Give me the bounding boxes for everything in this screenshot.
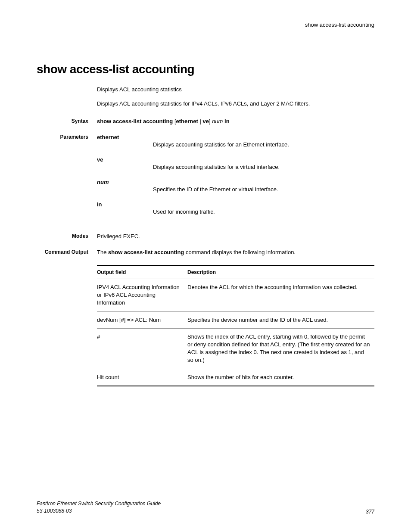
description-text: Displays ACL accounting statistics for I…	[97, 100, 374, 107]
table-row: # Shows the index of the ACL entry, star…	[97, 328, 374, 369]
table-cell-desc: Denotes the ACL for which the accounting…	[187, 279, 374, 312]
table-row: devNum [#] => ACL: Num Specifies the dev…	[97, 311, 374, 328]
param-name: in	[97, 201, 374, 208]
syntax-bracket-close: ]	[209, 118, 211, 124]
param-desc: Displays accounting statistics for a vir…	[153, 164, 374, 170]
page-title: show access-list accounting	[37, 62, 194, 76]
footer-guide: FastIron Ethernet Switch Security Config…	[37, 500, 161, 507]
command-output-content: The show access-list accounting command …	[97, 249, 374, 255]
modes-content: Privileged EXEC.	[97, 233, 374, 240]
summary-text: Displays ACL accounting statistics	[97, 86, 374, 93]
param-name: num	[97, 179, 374, 185]
table-row: IPV4 ACL Accounting Information or IPv6 …	[97, 279, 374, 312]
param-in: in Used for incoming traffic.	[97, 201, 374, 215]
table-cell-desc: Specifies the device number and the ID o…	[187, 311, 374, 328]
param-desc: Used for incoming traffic.	[153, 208, 374, 215]
syntax-in: in	[224, 118, 230, 124]
table-cell-desc: Shows the number of hits for each counte…	[187, 369, 374, 386]
param-num: num Specifies the ID of the Ethernet or …	[97, 179, 374, 193]
output-table: Output field Description IPV4 ACL Accoun…	[97, 265, 374, 386]
table-header-field: Output field	[97, 265, 187, 279]
parameters-section: Parameters ethernet Displays accounting …	[37, 134, 374, 224]
syntax-section: Syntax show access-list accounting [ethe…	[37, 118, 374, 124]
param-name: ethernet	[97, 134, 374, 140]
table-row: Hit count Shows the number of hits for e…	[97, 369, 374, 386]
cmd-output-pre: The	[97, 249, 108, 255]
table-cell-desc: Shows the index of the ACL entry, starti…	[187, 328, 374, 369]
content-area: Displays ACL accounting statistics Displ…	[37, 86, 374, 386]
footer-page-number: 377	[366, 509, 374, 515]
syntax-pipe: |	[198, 118, 203, 124]
param-desc: Specifies the ID of the Ethernet or virt…	[153, 186, 374, 193]
footer-docnum: 53-1003088-03	[37, 507, 161, 515]
table-cell-field: IPV4 ACL Accounting Information or IPv6 …	[97, 279, 187, 312]
syntax-content: show access-list accounting [ethernet | …	[97, 118, 374, 124]
footer-left: FastIron Ethernet Switch Security Config…	[37, 500, 161, 515]
param-desc: Displays accounting statistics for an Et…	[153, 141, 374, 148]
modes-section: Modes Privileged EXEC.	[37, 233, 374, 240]
param-name: ve	[97, 156, 374, 163]
table-header-row: Output field Description	[97, 265, 374, 279]
command-output-section: Command Output The show access-list acco…	[37, 249, 374, 255]
parameters-label: Parameters	[37, 134, 97, 224]
cmd-output-post: command displays the following informati…	[184, 249, 296, 255]
parameters-content: ethernet Displays accounting statistics …	[97, 134, 374, 224]
table-header-desc: Description	[187, 265, 374, 279]
syntax-opt-ethernet: ethernet	[176, 118, 198, 124]
syntax-num: num	[212, 118, 223, 124]
param-ethernet: ethernet Displays accounting statistics …	[97, 134, 374, 148]
table-cell-field: Hit count	[97, 369, 187, 386]
modes-label: Modes	[37, 233, 97, 240]
table-cell-field: #	[97, 328, 187, 369]
table-cell-field: devNum [#] => ACL: Num	[97, 311, 187, 328]
cmd-output-cmd: show access-list accounting	[108, 249, 184, 255]
running-header: show access-list accounting	[305, 22, 374, 28]
command-output-label: Command Output	[37, 249, 97, 255]
page-footer: FastIron Ethernet Switch Security Config…	[37, 500, 374, 515]
syntax-label: Syntax	[37, 118, 97, 124]
param-ve: ve Displays accounting statistics for a …	[97, 156, 374, 170]
syntax-cmd: show access-list accounting	[97, 118, 174, 124]
syntax-opt-ve: ve	[202, 118, 209, 124]
